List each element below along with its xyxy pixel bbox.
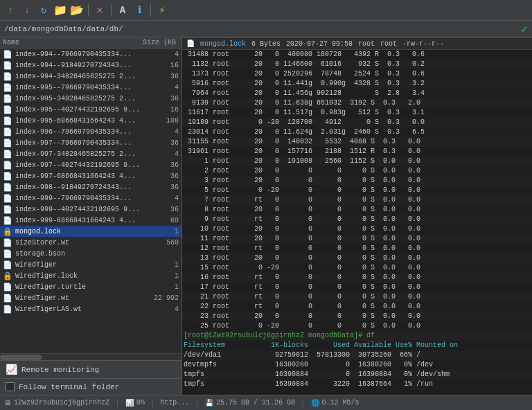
arrow-up-icon[interactable]: ↑ (3, 3, 18, 18)
file-item[interactable]: 📄index-998--91849270724343...36 (0, 181, 181, 193)
file-name: index-994--79669790435334... (15, 51, 144, 58)
follow-terminal-row[interactable]: Follow terminal folder (0, 379, 181, 395)
file-size: 16 (144, 62, 179, 69)
file-type-icon: 📄 (3, 105, 12, 114)
refresh-icon[interactable]: ↻ (36, 3, 51, 18)
statusbar: 🖥 iZwz92rsubu1cj6gpirnhzZ | 📊 0% | http.… (0, 395, 532, 410)
file-preview-bar: 📄 mongod.lock 6 Bytes 2020-07-27 09:58 r… (182, 37, 532, 50)
toolbar: ↑ ↓ ↻ 📁 📂 ✕ A ℹ ⚡ (0, 0, 532, 21)
file-name: index-997-68668431664243 4... (15, 172, 144, 180)
file-type-icon: 🔒 (3, 227, 12, 236)
file-name: WiredTiger (15, 261, 144, 269)
terminal-line: 25 root 0 -20 0 0 0 S 0.0 0.0 (182, 321, 532, 331)
file-item[interactable]: 📄storage.bson (0, 248, 181, 259)
preview-file-icon: 📄 (186, 39, 195, 48)
lightning-icon[interactable]: ⚡ (154, 3, 170, 18)
file-item[interactable]: 📄index-996--79669790435334...4 (0, 126, 181, 137)
terminal-line: tmpfs 16390884 0 16390884 0% /dev/shm (182, 370, 532, 380)
file-name: WiredTiger.wt (15, 294, 144, 302)
file-name: index-994-34828465825275 2... (15, 73, 144, 80)
new-folder-icon[interactable]: 📂 (69, 3, 85, 18)
file-size: 4 (144, 150, 179, 158)
cpu-pct: 0% (136, 399, 145, 407)
info-icon[interactable]: ℹ (132, 3, 147, 18)
file-item[interactable]: 📄WiredTiger1 (0, 259, 181, 270)
scrollbar-thumb[interactable] (0, 355, 42, 360)
file-item[interactable]: 📄index-999--40274432192695 9...36 (0, 204, 181, 215)
file-type-icon: 📄 (3, 249, 12, 258)
terminal-line: 31488 root 20 0 400080 180728 4392 R 0.3… (182, 50, 532, 60)
file-name: WiredTiger.turtle (15, 283, 144, 291)
delete-icon[interactable]: ✕ (92, 3, 107, 18)
file-item[interactable]: 📄WiredTiger.turtle1 (0, 281, 181, 292)
file-size: 36 (144, 206, 179, 213)
file-size: 4 (144, 128, 179, 136)
terminal-line: Filesystem 1K-blocks Used Available Use%… (182, 341, 532, 350)
file-item[interactable]: 🔒mongod.lock1 (0, 226, 181, 237)
cpu-status: 📊 0% (125, 399, 145, 407)
terminal-line: 1132 root 20 0 1146600 61016 932 S 0.3 0… (182, 60, 532, 69)
file-item[interactable]: 📄index-999-68668431664243 4...60 (0, 215, 181, 226)
horizontal-scrollbar[interactable] (0, 353, 181, 360)
terminal-panel: 📄 mongod.lock 6 Bytes 2020-07-27 09:58 r… (182, 37, 532, 395)
folder-green-icon[interactable]: 📁 (53, 3, 68, 18)
file-item[interactable]: 📄index-994--79669790435334...4 (0, 48, 181, 60)
terminal-line: devtmpfs 16380260 0 16380260 0% /dev (182, 360, 532, 370)
follow-terminal-checkbox[interactable] (6, 382, 15, 391)
file-item[interactable]: 📄WiredTiger.wt22 992 (0, 292, 181, 303)
terminal-line: 9 root rt 0 0 0 0 S 0.0 0.0 (182, 215, 532, 224)
cpu-icon: 📊 (125, 399, 134, 407)
file-item[interactable]: 🔒WiredTiger.lock1 (0, 270, 181, 281)
arrow-down-icon[interactable]: ↓ (19, 3, 35, 18)
file-item[interactable]: 📄index-997-34828465825275 2...4 (0, 148, 181, 159)
terminal-line: 5 root 0 -20 0 0 0 S 0.0 0.0 (182, 186, 532, 195)
network-speed: 0.12 Mb/s (322, 399, 360, 407)
terminal-line: 31155 root 20 0 146032 5532 4088 S 0.3 0… (182, 137, 532, 147)
file-item[interactable]: 📄index-997--40274432192695 9...36 (0, 159, 181, 170)
file-item[interactable]: 📄index-995-68668431664243 4...100 (0, 115, 181, 126)
network-status: http... (160, 399, 189, 407)
file-size: 4 (144, 51, 179, 58)
path-ok-icon: ✓ (521, 22, 528, 36)
file-name: storage.bson (15, 250, 144, 258)
terminal-line: 1373 root 20 0 2520296 78748 2524 S 0.3 … (182, 69, 532, 79)
file-item[interactable]: 📄index-995--40274432192695 9...16 (0, 104, 181, 115)
file-item[interactable]: 📄WiredTigerLAS.wt4 (0, 303, 181, 314)
remote-monitoring-button[interactable]: 📈 Remote monitoring (0, 361, 181, 379)
file-name: index-995--79669790435334... (15, 84, 144, 91)
file-item[interactable]: 📄index-997-68668431664243 4...36 (0, 170, 181, 181)
text-icon[interactable]: A (115, 3, 130, 18)
terminal-output: 31488 root 20 0 400080 180728 4392 R 0.3… (182, 50, 532, 395)
terminal-line: 19189 root 0 -20 128700 4912 0 S 0.3 0.0 (182, 118, 532, 127)
file-item[interactable]: 📄index-994--91849270724343...16 (0, 60, 181, 71)
file-item[interactable]: 📄index-995--79669790435334...4 (0, 82, 181, 93)
network-url: http... (160, 399, 189, 407)
toolbar-separator3 (150, 4, 151, 17)
file-item[interactable]: 📄index-997--79669790435334...36 (0, 137, 181, 148)
terminal-line: 3 root 20 0 0 0 0 S 0.0 0.0 (182, 176, 532, 186)
file-type-icon: 📄 (3, 161, 12, 170)
file-item[interactable]: 📄index-995-34828465825275 2...36 (0, 93, 181, 104)
file-name: mongod.lock (15, 228, 144, 235)
file-name: index-998--91849270724343... (15, 184, 144, 191)
file-list[interactable]: 📄index-994--79669790435334...4📄index-994… (0, 48, 181, 353)
file-item[interactable]: 📄index-994-34828465825275 2...36 (0, 71, 181, 82)
file-item[interactable]: 📄sizeStorer.wt560 (0, 237, 181, 248)
monitor-icon: 📈 (6, 364, 17, 375)
terminal-line: 31961 root 20 0 157716 2188 1512 R 0.3 0… (182, 147, 532, 157)
terminal-line: /dev/vda1 92759012 57813300 30735260 66%… (182, 350, 532, 360)
preview-owner: root (358, 40, 375, 48)
terminal-line: 7964 root 20 0 11.456g 902128 S 2.8 3.4 (182, 89, 532, 98)
file-name: sizeStorer.wt (15, 239, 144, 247)
preview-date: 2020-07-27 09:58 (286, 40, 353, 48)
terminal-line: 2 root 20 0 0 0 0 S 0.0 0.0 (182, 166, 532, 176)
terminal-line: 12 root rt 0 0 0 0 S 0.0 0.0 (182, 244, 532, 253)
file-type-icon: 📄 (3, 305, 12, 314)
file-type-icon: 📄 (3, 283, 12, 292)
file-name: index-999--79669790435334... (15, 195, 144, 202)
file-name: index-999-68668431664243 4... (15, 217, 144, 224)
file-size: 4 (144, 84, 179, 91)
file-item[interactable]: 📄index-999--79669790435334...4 (0, 193, 181, 204)
preview-filesize: 6 Bytes (251, 40, 281, 48)
file-type-icon: 📄 (3, 116, 12, 125)
